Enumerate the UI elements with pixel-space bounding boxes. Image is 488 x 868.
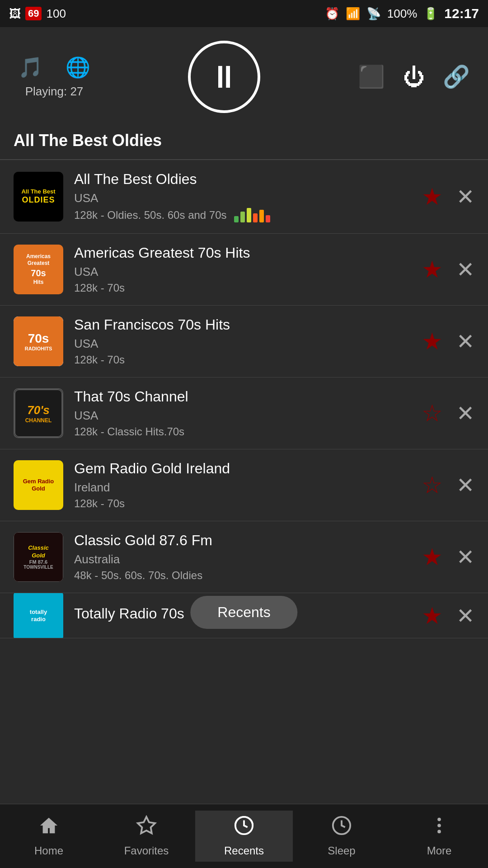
- radio-actions: ★ ✕: [422, 602, 474, 629]
- svg-marker-0: [138, 817, 155, 833]
- radio-country: USA: [74, 191, 411, 205]
- star-icon: [136, 815, 157, 841]
- app-icon: 69: [25, 7, 42, 20]
- remove-button[interactable]: ✕: [456, 257, 474, 282]
- radio-item[interactable]: Gem RadioGold Gem Radio Gold Ireland Ire…: [0, 449, 488, 521]
- svg-point-4: [437, 824, 441, 827]
- nav-item-more[interactable]: More: [390, 811, 488, 862]
- notification-count: 100: [46, 7, 66, 21]
- history-icon: [234, 815, 254, 841]
- remove-button[interactable]: ✕: [456, 329, 474, 354]
- pause-button[interactable]: ⏸: [188, 41, 260, 113]
- nav-item-sleep[interactable]: Sleep: [293, 811, 390, 862]
- radio-name: All The Best Oldies: [74, 171, 411, 188]
- radio-actions: ☆ ✕: [422, 472, 474, 499]
- status-time: 12:17: [444, 6, 479, 21]
- status-right: ⏰ 📶 📡 100% 🔋 12:17: [325, 6, 479, 21]
- globe-icon[interactable]: 🌐: [66, 56, 90, 79]
- radio-info: That 70s Channel USA 128k - Classic Hits…: [74, 388, 411, 438]
- remove-button[interactable]: ✕: [456, 544, 474, 570]
- status-left: 🖼 69 100: [9, 7, 66, 21]
- svg-point-3: [437, 818, 441, 821]
- stop-icon[interactable]: ⬛: [358, 64, 385, 90]
- radio-name: Classic Gold 87.6 Fm: [74, 532, 411, 549]
- nav-item-home[interactable]: Home: [0, 811, 98, 862]
- favorite-button[interactable]: ☆: [422, 472, 443, 499]
- nav-item-favorites[interactable]: Favorites: [98, 811, 195, 862]
- radio-actions: ★ ✕: [422, 183, 474, 210]
- bottom-nav: Home Favorites Recents Sleep More: [0, 804, 488, 868]
- radio-actions: ★ ✕: [422, 256, 474, 283]
- equalizer: [234, 208, 270, 222]
- radio-name: Americas Greatest 70s Hits: [74, 245, 411, 261]
- now-playing-title: All The Best Oldies: [0, 122, 488, 160]
- radio-details: 128k - 70s: [74, 497, 411, 510]
- favorite-button[interactable]: ★: [422, 256, 443, 283]
- nav-label-home: Home: [34, 844, 63, 857]
- radio-info: All The Best Oldies USA 128k - Oldies. 5…: [74, 171, 411, 222]
- favorite-button[interactable]: ☆: [422, 400, 443, 427]
- radio-country: USA: [74, 409, 411, 423]
- signal-icon: 📡: [366, 7, 381, 21]
- player-left-controls: 🎵 🌐 Playing: 27: [18, 56, 90, 99]
- radio-actions: ★ ✕: [422, 328, 474, 355]
- radio-item[interactable]: AmericasGreatest70sHits Americas Greates…: [0, 234, 488, 306]
- remove-button[interactable]: ✕: [456, 184, 474, 209]
- nav-label-favorites: Favorites: [124, 844, 169, 857]
- radio-name: Gem Radio Gold Ireland: [74, 460, 411, 477]
- radio-info: Americas Greatest 70s Hits USA 128k - 70…: [74, 245, 411, 294]
- radio-actions: ★ ✕: [422, 543, 474, 571]
- radio-info: Gem Radio Gold Ireland Ireland 128k - 70…: [74, 460, 411, 510]
- svg-point-5: [437, 830, 441, 834]
- playing-status: Playing: 27: [25, 85, 84, 99]
- battery-percent: 100%: [387, 7, 418, 21]
- radio-logo: All The BestOLDIES: [14, 172, 63, 222]
- radio-country: USA: [74, 337, 411, 351]
- radio-item[interactable]: 70s RADIOHITS San Franciscos 70s Hits US…: [0, 306, 488, 377]
- music-note-icon[interactable]: 🎵: [18, 56, 43, 79]
- player-header: 🎵 🌐 Playing: 27 ⏸ ⬛ ⏻ 🔗: [0, 27, 488, 122]
- nav-label-more: More: [427, 844, 452, 857]
- radio-details: 48k - 50s. 60s. 70s. Oldies: [74, 569, 411, 582]
- clock-icon: [331, 815, 352, 841]
- favorite-button[interactable]: ★: [422, 183, 443, 210]
- more-dots-icon: [429, 815, 450, 841]
- radio-info: San Franciscos 70s Hits USA 128k - 70s: [74, 316, 411, 366]
- home-icon: [38, 815, 59, 841]
- radio-actions: ☆ ✕: [422, 400, 474, 427]
- recents-tooltip: Recents: [190, 596, 297, 629]
- nav-item-recents[interactable]: Recents: [195, 811, 293, 862]
- radio-logo: ClassicGold FM 87.6 TOWNSVILLE: [14, 532, 63, 582]
- remove-button[interactable]: ✕: [456, 401, 474, 426]
- radio-details: 128k - 70s: [74, 354, 411, 366]
- radio-logo: 70's CHANNEL: [14, 388, 63, 438]
- favorite-button[interactable]: ★: [422, 328, 443, 355]
- radio-logo: Gem RadioGold: [14, 460, 63, 510]
- radio-details: 128k - Classic Hits.70s: [74, 425, 411, 438]
- radio-logo: totallyradio: [14, 593, 63, 638]
- radio-details: 128k - 70s: [74, 282, 411, 294]
- radio-country: Ireland: [74, 481, 411, 495]
- radio-details: 128k - Oldies. 50s. 60s and 70s: [74, 208, 411, 222]
- radio-item[interactable]: 70's CHANNEL That 70s Channel USA 128k -…: [0, 377, 488, 449]
- favorite-button[interactable]: ★: [422, 543, 443, 571]
- remove-button[interactable]: ✕: [456, 603, 474, 628]
- nav-label-sleep: Sleep: [328, 844, 355, 857]
- wifi-icon: 📶: [346, 7, 360, 21]
- nav-label-recents: Recents: [224, 844, 264, 857]
- radio-country: Australia: [74, 552, 411, 566]
- battery-icon: 🔋: [423, 7, 438, 21]
- share-icon[interactable]: 🔗: [443, 64, 470, 90]
- power-icon[interactable]: ⏻: [403, 65, 425, 90]
- radio-item[interactable]: All The BestOLDIES All The Best Oldies U…: [0, 160, 488, 234]
- pause-icon: ⏸: [208, 59, 240, 95]
- radio-item[interactable]: ClassicGold FM 87.6 TOWNSVILLE Classic G…: [0, 521, 488, 593]
- remove-button[interactable]: ✕: [456, 472, 474, 498]
- photo-icon: 🖼: [9, 7, 21, 21]
- radio-country: USA: [74, 265, 411, 279]
- alarm-icon: ⏰: [325, 7, 339, 21]
- radio-list: All The BestOLDIES All The Best Oldies U…: [0, 160, 488, 638]
- radio-name: That 70s Channel: [74, 388, 411, 405]
- radio-logo: AmericasGreatest70sHits: [14, 245, 63, 294]
- favorite-button[interactable]: ★: [422, 602, 443, 629]
